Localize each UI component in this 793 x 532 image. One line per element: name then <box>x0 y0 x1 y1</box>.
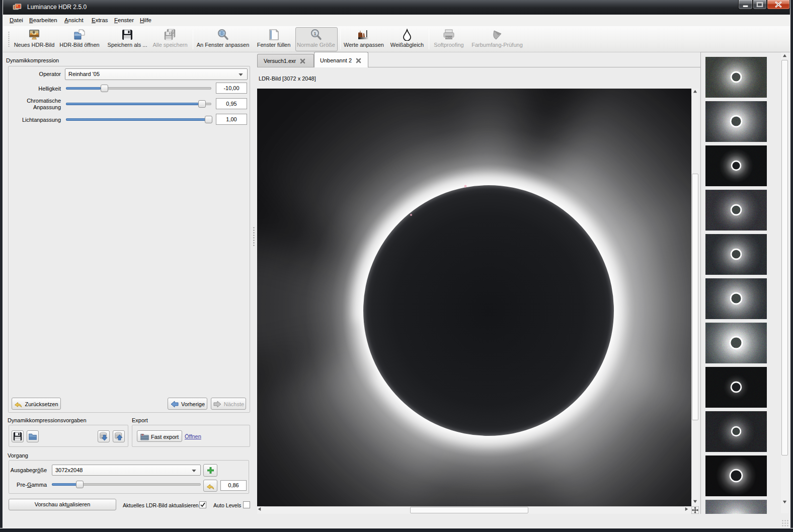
svg-text:PROOF: PROOF <box>445 37 453 39</box>
svg-text:1: 1 <box>313 31 316 36</box>
